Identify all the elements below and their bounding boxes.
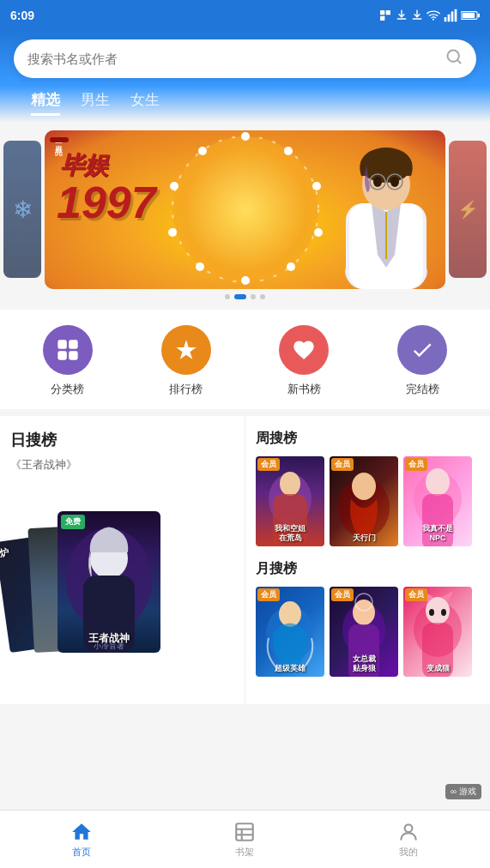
download2-icon [411, 9, 423, 21]
nav-home-label: 首页 [72, 846, 91, 859]
signal-icon [444, 9, 457, 22]
month-book-3-title: 变成猫 [405, 664, 470, 673]
month-book-2[interactable]: 会员 女总裁贴身狼 [330, 587, 398, 677]
nav-bookshelf[interactable]: 书架 [163, 821, 326, 859]
month-book-1[interactable]: 会员 超级英雄 [256, 587, 324, 677]
category-completed-label: 完结榜 [406, 382, 439, 397]
category-new-icon [279, 325, 329, 375]
svg-point-61 [426, 597, 450, 624]
nav-bookshelf-label: 书架 [235, 846, 254, 859]
tabs: 精选 男生 女生 [14, 78, 476, 123]
month-book-3-badge: 会员 [405, 588, 427, 601]
week-book-2-title: 天行门 [331, 533, 396, 543]
nav-home[interactable]: 首页 [0, 821, 163, 859]
category-ranking[interactable]: 排行榜 [161, 325, 211, 397]
category-classified-label: 分类榜 [51, 382, 84, 397]
svg-point-33 [390, 177, 399, 187]
month-book-grid: 会员 超级英雄 会员 女总裁贴身狼 [256, 587, 480, 677]
svg-rect-41 [57, 351, 67, 360]
week-book-2[interactable]: 会员 天行门 [330, 456, 398, 546]
category-completed[interactable]: 完结榜 [397, 325, 447, 397]
bookshelf-icon [233, 821, 256, 843]
dot-4[interactable] [260, 294, 265, 299]
month-book-3[interactable]: 会员 变成猫 [403, 587, 472, 677]
search-input[interactable] [27, 51, 439, 66]
dot-2[interactable] [234, 294, 246, 299]
month-book-1-badge: 会员 [257, 588, 280, 601]
svg-rect-0 [380, 10, 384, 15]
book-front-author: 小冷音著 [61, 641, 157, 652]
week-book-2-badge: 会员 [331, 458, 354, 471]
svg-point-16 [312, 182, 321, 190]
svg-rect-5 [448, 15, 451, 22]
banner-year: 1997 [57, 177, 156, 228]
day-chart-subtitle: 《王者战神》 [10, 457, 234, 473]
svg-rect-9 [462, 13, 475, 18]
book-stack: 炉 小冷音著 区 [10, 481, 234, 653]
svg-rect-2 [386, 10, 390, 15]
banner-main[interactable]: 胖一点 完品 毕娱 1997 [45, 130, 445, 289]
svg-point-14 [241, 132, 250, 141]
svg-rect-42 [69, 351, 78, 360]
category-section: 分类榜 排行榜 新书榜 完结榜 [0, 310, 490, 409]
tab-male[interactable]: 男生 [81, 90, 110, 116]
week-chart-title: 周搜榜 [256, 430, 480, 448]
svg-point-71 [404, 824, 412, 832]
book-badge-free: 免费 [61, 515, 85, 529]
week-book-3[interactable]: 会员 我真不是NPC [403, 456, 472, 546]
svg-point-23 [198, 147, 207, 155]
download1-icon [396, 9, 408, 21]
search-bar[interactable] [14, 39, 476, 78]
svg-point-22 [170, 182, 178, 190]
header-bg: 精选 男生 女生 [0, 31, 490, 123]
svg-point-64 [429, 609, 434, 616]
category-completed-icon [397, 325, 447, 375]
month-chart: 月搜榜 会员 超级英雄 [256, 560, 480, 677]
svg-point-32 [373, 177, 382, 187]
svg-rect-6 [451, 11, 454, 21]
svg-point-21 [168, 228, 177, 237]
week-book-3-badge: 会员 [405, 458, 427, 471]
day-chart-title: 日搜榜 [10, 430, 234, 450]
svg-point-20 [196, 262, 204, 271]
charts-section: 日搜榜 《王者战神》 炉 小冷音著 区 [0, 416, 490, 704]
week-book-1[interactable]: 会员 我和空姐在荒岛 [256, 456, 324, 546]
category-classified[interactable]: 分类榜 [43, 325, 93, 397]
side-charts: 周搜榜 会员 我和空姐在荒岛 [245, 416, 490, 704]
svg-rect-38 [356, 220, 372, 268]
banner-container[interactable]: ❄ [0, 128, 490, 291]
week-chart: 周搜榜 会员 我和空姐在荒岛 [256, 430, 480, 546]
month-book-2-badge: 会员 [331, 588, 354, 601]
svg-point-65 [441, 609, 446, 616]
search-icon [445, 48, 463, 69]
category-classified-icon [43, 325, 93, 375]
month-book-1-title: 超级英雄 [257, 664, 323, 673]
dot-3[interactable] [251, 294, 256, 299]
svg-point-15 [284, 147, 293, 155]
svg-rect-7 [455, 9, 457, 22]
banner-label: 胖一点 完品 [50, 137, 69, 143]
svg-point-57 [353, 600, 375, 625]
svg-rect-40 [69, 340, 78, 349]
svg-point-52 [426, 468, 450, 496]
nav-profile[interactable]: 我的 [327, 821, 490, 859]
battery-icon [461, 10, 480, 21]
profile-icon [397, 821, 420, 843]
svg-point-47 [280, 472, 300, 496]
svg-line-12 [457, 60, 461, 63]
month-book-2-title: 女总裁贴身狼 [331, 654, 396, 673]
svg-rect-10 [478, 14, 480, 17]
home-icon [70, 821, 93, 843]
dot-1[interactable] [225, 294, 230, 299]
category-new[interactable]: 新书榜 [279, 325, 329, 397]
svg-rect-4 [445, 17, 447, 21]
tab-female[interactable]: 女生 [130, 90, 160, 116]
tab-featured[interactable]: 精选 [31, 90, 60, 116]
nav-profile-label: 我的 [399, 846, 418, 859]
week-book-1-title: 我和空姐在荒岛 [257, 524, 323, 543]
svg-point-3 [433, 19, 434, 21]
watermark: ∞ 游戏 [445, 784, 481, 799]
banner-dots [0, 294, 490, 299]
book-front[interactable]: 免费 王者战神 小冷音著 [57, 511, 160, 653]
svg-rect-67 [237, 823, 254, 841]
